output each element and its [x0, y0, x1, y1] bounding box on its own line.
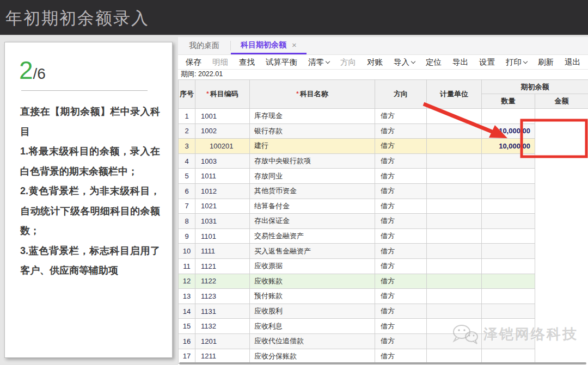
cell-qty[interactable]	[427, 274, 482, 289]
table-row[interactable]: 17 1211 应收分保账款 借方	[179, 349, 588, 364]
cell-name[interactable]: 银行存款	[250, 123, 375, 139]
cell-direction[interactable]: 借方	[375, 289, 427, 304]
toolbar-button[interactable]: 导出	[452, 57, 468, 67]
toolbar-button[interactable]: 查找	[239, 57, 255, 67]
cell-amount[interactable]	[482, 214, 535, 229]
cell-name[interactable]: 交易性金融资产	[250, 228, 375, 244]
toolbar-button[interactable]: 清零	[308, 57, 329, 67]
cell-direction[interactable]: 借方	[375, 244, 427, 259]
cell-qty[interactable]	[427, 349, 482, 364]
cell-qty[interactable]	[427, 333, 482, 349]
cell-name[interactable]: 建行	[250, 139, 375, 154]
cell-code[interactable]: 1201	[195, 333, 250, 349]
cell-direction[interactable]: 借方	[375, 319, 427, 334]
table-row[interactable]: 9 1101 交易性金融资产 借方	[179, 228, 588, 244]
table-row[interactable]: 11 1121 应收票据 借方	[179, 258, 588, 274]
cell-code[interactable]: 1132	[195, 319, 250, 334]
cell-direction[interactable]: 借方	[375, 169, 427, 184]
cell-direction[interactable]: 借方	[375, 123, 427, 139]
table-row[interactable]: 3 100201 建行 借方 10,000.00	[179, 139, 588, 154]
cell-code[interactable]: 1021	[195, 199, 250, 214]
cell-code[interactable]: 1011	[195, 169, 250, 184]
cell-code[interactable]: 100201	[195, 139, 250, 154]
toolbar-button[interactable]: 打印	[506, 57, 527, 67]
cell-direction[interactable]: 借方	[375, 109, 427, 124]
cell-name[interactable]: 应收账款	[250, 274, 375, 289]
cell-amount[interactable]	[482, 319, 535, 334]
table-row[interactable]: 15 1132 应收利息 借方	[179, 319, 588, 334]
tab-account-opening-balance[interactable]: 科目期初余额 ×	[231, 37, 307, 54]
cell-qty[interactable]	[427, 214, 482, 229]
cell-amount[interactable]	[482, 169, 535, 184]
cell-code[interactable]: 1101	[195, 228, 250, 244]
cell-qty[interactable]	[427, 169, 482, 184]
tab-my-desktop[interactable]: 我的桌面	[178, 41, 231, 51]
cell-qty[interactable]	[427, 183, 482, 199]
table-row[interactable]: 2 1002 银行存款 借方 10,000.00	[179, 123, 588, 139]
horizontal-scrollbar[interactable]	[179, 362, 586, 364]
cell-qty[interactable]	[427, 139, 482, 154]
cell-name[interactable]: 结算备付金	[250, 199, 375, 214]
cell-code[interactable]: 1012	[195, 183, 250, 199]
cell-amount[interactable]: 10,000.00	[482, 123, 535, 139]
cell-direction[interactable]: 借方	[375, 214, 427, 229]
cell-amount[interactable]	[482, 183, 535, 199]
cell-name[interactable]: 应收股利	[250, 304, 375, 319]
cell-qty[interactable]	[427, 199, 482, 214]
cell-qty[interactable]	[427, 153, 482, 169]
cell-qty[interactable]	[427, 258, 482, 274]
cell-code[interactable]: 1211	[195, 349, 250, 364]
cell-name[interactable]: 买入返售金融资产	[250, 244, 375, 259]
cell-direction[interactable]: 借方	[375, 349, 427, 364]
toolbar-button[interactable]: 定位	[426, 57, 442, 67]
cell-name[interactable]: 其他货币资金	[250, 183, 375, 199]
cell-qty[interactable]	[427, 123, 482, 139]
cell-direction[interactable]: 借方	[375, 183, 427, 199]
cell-name[interactable]: 存放同业	[250, 169, 375, 184]
cell-amount[interactable]	[482, 228, 535, 244]
cell-amount[interactable]	[482, 199, 535, 214]
cell-direction[interactable]: 借方	[375, 199, 427, 214]
cell-amount[interactable]	[482, 289, 535, 304]
cell-amount[interactable]	[482, 304, 535, 319]
cell-amount[interactable]	[482, 258, 535, 274]
cell-code[interactable]: 1121	[195, 258, 250, 274]
table-row[interactable]: 7 1021 结算备付金 借方	[179, 199, 588, 214]
cell-direction[interactable]: 借方	[375, 228, 427, 244]
cell-amount[interactable]	[482, 153, 535, 169]
cell-amount[interactable]	[482, 333, 535, 349]
cell-code[interactable]: 1111	[195, 244, 250, 259]
toolbar-button[interactable]: 保存	[186, 57, 201, 67]
cell-code[interactable]: 1031	[195, 214, 250, 229]
cell-amount[interactable]	[482, 244, 535, 259]
cell-name[interactable]: 应收利息	[250, 319, 375, 334]
table-row[interactable]: 8 1031 存出保证金 借方	[179, 214, 588, 229]
cell-direction[interactable]: 借方	[375, 304, 427, 319]
table-row[interactable]: 4 1003 存放中央银行款项 借方	[179, 153, 588, 169]
cell-direction[interactable]: 借方	[375, 333, 427, 349]
toolbar-button[interactable]: 设置	[479, 57, 495, 67]
toolbar-button[interactable]: 导入	[394, 57, 415, 67]
cell-qty[interactable]	[427, 228, 482, 244]
cell-name[interactable]: 存出保证金	[250, 214, 375, 229]
cell-code[interactable]: 1122	[195, 274, 250, 289]
table-row[interactable]: 14 1131 应收股利 借方	[179, 304, 588, 319]
cell-qty[interactable]	[427, 244, 482, 259]
toolbar-button[interactable]: 退出	[565, 57, 580, 67]
table-row[interactable]: 13 1123 预付账款 借方	[179, 289, 588, 304]
cell-direction[interactable]: 借方	[375, 258, 427, 274]
cell-code[interactable]: 1002	[195, 123, 250, 139]
cell-qty[interactable]	[427, 319, 482, 334]
cell-name[interactable]: 预付账款	[250, 289, 375, 304]
table-row[interactable]: 16 1201 应收代位追偿款 借方	[179, 333, 588, 349]
cell-direction[interactable]: 借方	[375, 274, 427, 289]
cell-code[interactable]: 1131	[195, 304, 250, 319]
cell-direction[interactable]: 借方	[375, 139, 427, 154]
table-row[interactable]: 12 1122 应收账款 借方	[179, 274, 588, 289]
cell-qty[interactable]	[427, 289, 482, 304]
cell-name[interactable]: 应收代位追偿款	[250, 333, 375, 349]
toolbar-button[interactable]: 试算平衡	[266, 57, 297, 67]
cell-qty[interactable]	[427, 304, 482, 319]
table-row[interactable]: 10 1111 买入返售金融资产 借方	[179, 244, 588, 259]
toolbar-button[interactable]: 对账	[367, 57, 383, 67]
